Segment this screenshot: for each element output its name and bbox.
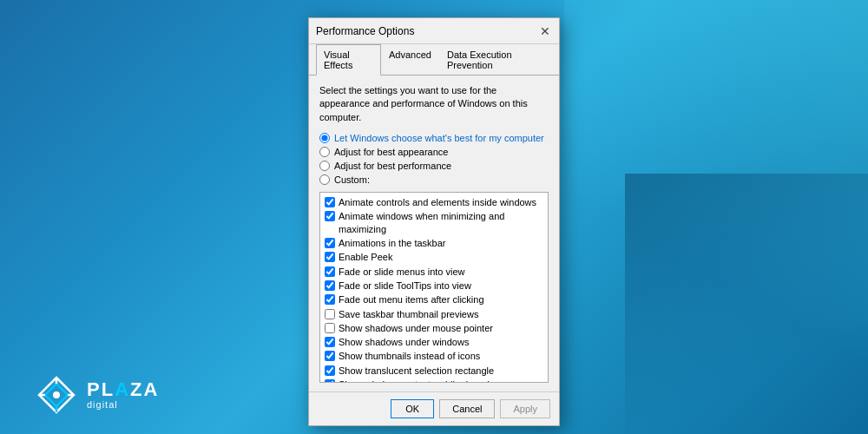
tab-visual-effects[interactable]: Visual Effects bbox=[316, 44, 381, 76]
radio-label-appearance: Adjust for best appearance bbox=[334, 147, 448, 157]
tab-bar: Visual Effects Advanced Data Execution P… bbox=[309, 44, 559, 76]
checkbox-item-11[interactable]: Show translucent selection rectangle bbox=[323, 364, 545, 378]
checkbox-label-5: Fade or slide ToolTips into view bbox=[339, 279, 471, 292]
checkbox-label-1: Animate windows when minimizing and maxi… bbox=[339, 210, 543, 235]
checkbox-label-3: Enable Peek bbox=[339, 251, 392, 263]
radio-label-performance: Adjust for best performance bbox=[334, 161, 451, 171]
checkbox-11[interactable] bbox=[325, 365, 335, 376]
checkbox-9[interactable] bbox=[325, 337, 335, 347]
cancel-button[interactable]: Cancel bbox=[439, 399, 495, 418]
checkbox-2[interactable] bbox=[325, 238, 335, 248]
checkbox-label-11: Show translucent selection rectangle bbox=[339, 365, 494, 377]
checkbox-label-12: Show window contents while dragging bbox=[339, 378, 500, 383]
radio-group: Let Windows choose what's best for my co… bbox=[319, 133, 549, 185]
checkbox-item-9[interactable]: Show shadows under windows bbox=[323, 335, 545, 349]
checkbox-4[interactable] bbox=[325, 266, 335, 277]
checkbox-3[interactable] bbox=[325, 252, 335, 262]
checkbox-label-6: Fade out menu items after clicking bbox=[339, 293, 484, 306]
checkbox-item-1[interactable]: Animate windows when minimizing and maxi… bbox=[323, 209, 545, 236]
apply-button[interactable]: Apply bbox=[500, 399, 550, 418]
checkbox-item-12[interactable]: Show window contents while dragging bbox=[323, 378, 545, 383]
ok-button[interactable]: OK bbox=[391, 399, 434, 418]
checkbox-item-6[interactable]: Fade out menu items after clicking bbox=[323, 293, 545, 306]
tab-dep[interactable]: Data Execution Prevention bbox=[439, 44, 552, 76]
checkbox-8[interactable] bbox=[325, 323, 335, 333]
dialog-description: Select the settings you want to use for … bbox=[319, 84, 549, 124]
checkbox-7[interactable] bbox=[325, 309, 335, 319]
checkbox-1[interactable] bbox=[325, 211, 335, 221]
checkbox-item-10[interactable]: Show thumbnails instead of icons bbox=[323, 349, 545, 363]
checkbox-label-9: Show shadows under windows bbox=[339, 336, 469, 348]
checkbox-label-0: Animate controls and elements inside win… bbox=[339, 196, 536, 208]
dialog-overlay: Performance Options ✕ Visual Effects Adv… bbox=[0, 0, 868, 434]
dialog-footer: OK Cancel Apply bbox=[309, 391, 559, 425]
dialog-titlebar: Performance Options ✕ bbox=[309, 18, 559, 44]
checkbox-item-4[interactable]: Fade or slide menus into view bbox=[323, 265, 545, 279]
checkbox-0[interactable] bbox=[325, 197, 335, 207]
checkbox-label-10: Show thumbnails instead of icons bbox=[339, 350, 480, 362]
checkbox-item-8[interactable]: Show shadows under mouse pointer bbox=[323, 321, 545, 335]
tab-advanced[interactable]: Advanced bbox=[381, 44, 439, 76]
effects-checkbox-list[interactable]: Animate controls and elements inside win… bbox=[319, 192, 549, 383]
performance-options-dialog: Performance Options ✕ Visual Effects Adv… bbox=[308, 17, 560, 426]
checkbox-label-7: Save taskbar thumbnail previews bbox=[339, 308, 478, 320]
checkbox-item-7[interactable]: Save taskbar thumbnail previews bbox=[323, 307, 545, 321]
checkbox-item-5[interactable]: Fade or slide ToolTips into view bbox=[323, 279, 545, 293]
radio-custom[interactable] bbox=[319, 174, 330, 185]
checkbox-label-8: Show shadows under mouse pointer bbox=[339, 322, 493, 334]
radio-appearance[interactable] bbox=[319, 147, 330, 157]
dialog-title: Performance Options bbox=[316, 25, 414, 37]
checkbox-label-4: Fade or slide menus into view bbox=[339, 266, 465, 278]
radio-label-windows-best: Let Windows choose what's best for my co… bbox=[334, 133, 544, 143]
checkbox-10[interactable] bbox=[325, 351, 335, 361]
checkbox-item-0[interactable]: Animate controls and elements inside win… bbox=[323, 195, 545, 209]
radio-windows-best[interactable] bbox=[319, 133, 330, 143]
checkbox-item-2[interactable]: Animations in the taskbar bbox=[323, 236, 545, 250]
checkbox-label-2: Animations in the taskbar bbox=[339, 237, 446, 249]
radio-option-appearance[interactable]: Adjust for best appearance bbox=[319, 147, 549, 157]
radio-option-performance[interactable]: Adjust for best performance bbox=[319, 161, 549, 171]
radio-option-windows-best[interactable]: Let Windows choose what's best for my co… bbox=[319, 133, 549, 143]
checkbox-5[interactable] bbox=[325, 280, 335, 291]
checkbox-item-3[interactable]: Enable Peek bbox=[323, 250, 545, 264]
checkbox-12[interactable] bbox=[325, 379, 335, 383]
checkbox-6[interactable] bbox=[325, 294, 335, 305]
radio-label-custom: Custom: bbox=[334, 174, 370, 185]
radio-option-custom[interactable]: Custom: bbox=[319, 174, 549, 185]
desktop: PLAZA digital Performance Options ✕ Visu… bbox=[0, 0, 868, 434]
radio-performance[interactable] bbox=[319, 161, 330, 171]
close-button[interactable]: ✕ bbox=[538, 24, 552, 38]
dialog-content: Select the settings you want to use for … bbox=[309, 76, 559, 391]
